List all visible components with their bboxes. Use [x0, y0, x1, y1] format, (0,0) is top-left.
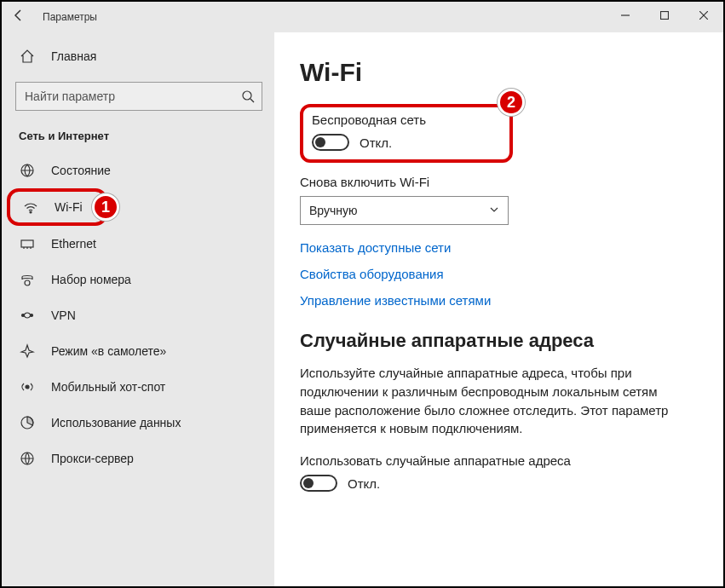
window-title: Параметры: [43, 11, 97, 23]
random-hw-title: Случайные аппаратные адреса: [300, 330, 698, 352]
window-controls: [606, 2, 723, 29]
sidebar-item-status[interactable]: Состояние: [2, 153, 274, 188]
ethernet-icon: [19, 235, 36, 252]
sidebar-item-label: Набор номера: [51, 273, 131, 286]
sidebar-item-vpn[interactable]: VPN: [2, 297, 274, 333]
link-known-networks[interactable]: Управление известными сетями: [300, 293, 698, 308]
hotspot-icon: [19, 378, 36, 395]
search-input-wrap[interactable]: [15, 82, 262, 111]
wireless-label: Беспроводная сеть: [312, 112, 501, 127]
svg-rect-4: [21, 240, 33, 247]
random-hw-state: Откл.: [348, 476, 380, 491]
page-title: Wi-Fi: [300, 58, 698, 87]
section-label: Сеть и Интернет: [2, 116, 274, 153]
svg-point-3: [30, 211, 32, 213]
sidebar-item-label: Мобильный хот-спот: [51, 380, 165, 394]
wireless-toggle[interactable]: [312, 134, 349, 151]
svg-point-8: [26, 385, 29, 389]
reenable-value: Вручную: [309, 204, 358, 217]
sidebar: Главная Сеть и Интернет Состояние Wi-Fi …: [2, 32, 274, 586]
sidebar-item-label: Ethernet: [51, 237, 96, 251]
minimize-button[interactable]: [606, 2, 645, 29]
link-show-networks[interactable]: Показать доступные сети: [300, 240, 698, 255]
sidebar-item-label: Wi-Fi: [55, 200, 83, 214]
airplane-icon: [19, 343, 36, 360]
home-icon: [19, 48, 36, 65]
globe-icon: [19, 162, 36, 179]
vpn-icon: [19, 307, 36, 324]
titlebar: Параметры: [2, 2, 723, 32]
home-label: Главная: [51, 49, 96, 63]
sidebar-item-label: VPN: [51, 308, 76, 322]
chevron-down-icon: [489, 205, 499, 217]
back-button[interactable]: [2, 9, 36, 26]
random-hw-toggle[interactable]: [300, 475, 337, 492]
reenable-select[interactable]: Вручную: [300, 196, 509, 225]
sidebar-item-wifi[interactable]: Wi-Fi: [10, 192, 104, 222]
dialup-icon: [19, 271, 36, 288]
search-icon: [241, 89, 255, 107]
random-hw-description: Используйте случайные аппаратные адреса,…: [300, 364, 675, 438]
sidebar-item-datausage[interactable]: Использование данных: [2, 405, 274, 441]
link-hardware-properties[interactable]: Свойства оборудования: [300, 267, 698, 281]
annotation-highlight-wireless: Беспроводная сеть Откл. 2: [300, 104, 513, 163]
maximize-button[interactable]: [645, 2, 684, 29]
sidebar-item-label: Режим «в самолете»: [51, 344, 166, 358]
wifi-icon: [22, 199, 39, 216]
sidebar-item-dialup[interactable]: Набор номера: [2, 262, 274, 297]
annotation-highlight-wifi: Wi-Fi 1: [7, 188, 107, 226]
wireless-state: Откл.: [360, 135, 392, 150]
sidebar-item-proxy[interactable]: Прокси-сервер: [2, 441, 274, 476]
svg-rect-0: [661, 12, 669, 20]
search-input[interactable]: [16, 89, 262, 103]
datausage-icon: [19, 414, 36, 431]
svg-point-1: [243, 91, 251, 100]
reenable-label: Снова включить Wi-Fi: [300, 175, 698, 189]
annotation-badge-2: 2: [498, 89, 525, 116]
proxy-icon: [19, 450, 36, 467]
sidebar-item-label: Состояние: [51, 164, 111, 177]
content-pane: Wi-Fi Беспроводная сеть Откл. 2 Снова вк…: [274, 32, 723, 586]
sidebar-item-airplane[interactable]: Режим «в самолете»: [2, 333, 274, 369]
random-hw-toggle-label: Использовать случайные аппаратные адреса: [300, 453, 698, 468]
annotation-badge-1: 1: [92, 193, 119, 221]
home-link[interactable]: Главная: [2, 37, 274, 75]
sidebar-item-label: Прокси-сервер: [51, 452, 134, 465]
sidebar-item-hotspot[interactable]: Мобильный хот-спот: [2, 369, 274, 405]
svg-point-5: [25, 280, 30, 285]
close-button[interactable]: [684, 2, 723, 29]
sidebar-item-label: Использование данных: [51, 416, 181, 429]
sidebar-item-ethernet[interactable]: Ethernet: [2, 226, 274, 262]
